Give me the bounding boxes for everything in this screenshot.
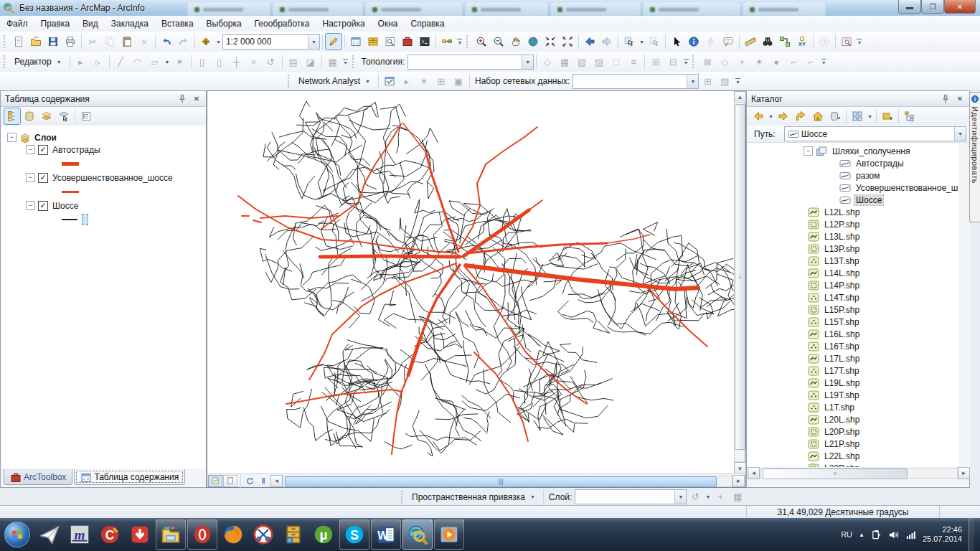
rotate-tool[interactable]: ↺: [687, 489, 703, 505]
redo-button[interactable]: [176, 34, 192, 50]
build-network-button[interactable]: ⊞: [699, 73, 715, 89]
close-button[interactable]: ✕: [944, 0, 976, 14]
up-one-level-button[interactable]: [793, 108, 809, 124]
cut-button[interactable]: ✂: [85, 34, 100, 50]
undo-sketch-tool[interactable]: ↺: [263, 54, 279, 70]
toolbar-overflow-button[interactable]: ▼: [819, 54, 828, 70]
layout-view-button[interactable]: [223, 475, 237, 487]
close-icon[interactable]: ✕: [192, 94, 202, 104]
advanced-editing-tool[interactable]: +: [734, 54, 750, 70]
path-combo[interactable]: Шоссе ▼: [784, 126, 966, 141]
catalog-group-item[interactable]: −Шляхи_сполучення: [748, 145, 958, 157]
list-by-source-button[interactable]: [22, 108, 37, 124]
topology-tool[interactable]: ▨: [591, 54, 607, 70]
toggle-contents-panel-button[interactable]: [902, 108, 918, 124]
network-analyst-menu-button[interactable]: Network Analyst▼: [294, 75, 376, 88]
catalog-feature-class-item[interactable]: Шоссе: [748, 194, 958, 206]
topology-tool[interactable]: □: [608, 54, 624, 70]
time-slider-button[interactable]: [816, 34, 832, 50]
taskbar-app-arcmap[interactable]: [402, 519, 433, 550]
edit-sketch-tool[interactable]: [326, 34, 341, 50]
catalog-window-button[interactable]: [365, 34, 381, 50]
search-window-button[interactable]: [382, 34, 398, 50]
identify-tool[interactable]: [686, 34, 702, 50]
pause-drawing-button[interactable]: ‖: [257, 476, 270, 486]
na-create-location-tool[interactable]: ▸: [399, 73, 415, 89]
taskbar-app-paper-plane[interactable]: [35, 520, 64, 549]
menu-2[interactable]: Правка: [34, 17, 77, 30]
taskbar-app-utorrent[interactable]: µ: [309, 520, 338, 549]
network-dataset-combo[interactable]: ▼: [573, 74, 699, 89]
scale-combo[interactable]: 1:2 000 000▼: [222, 34, 320, 50]
catalog-shapefile-item[interactable]: L1T.shp: [748, 401, 958, 413]
tab-table-of-contents[interactable]: Таблица содержания: [74, 469, 185, 485]
network-analyst-window-button[interactable]: [382, 73, 397, 89]
topology-tool[interactable]: ▧: [574, 54, 590, 70]
toolbar-grip[interactable]: [401, 491, 405, 504]
catalog-shapefile-item[interactable]: L17L.shp: [748, 352, 958, 364]
zoom-in-tool[interactable]: [473, 34, 489, 50]
add-data-button[interactable]: [198, 34, 214, 50]
toc-window-button[interactable]: [348, 34, 364, 50]
menu-9[interactable]: Окна: [372, 17, 405, 30]
toolbar-overflow-button[interactable]: ▼: [456, 34, 464, 50]
go-to-xy-button[interactable]: XY: [794, 34, 810, 50]
taskbar-app-word[interactable]: W: [371, 519, 401, 550]
toolbar-grip[interactable]: [466, 35, 470, 48]
catalog-shapefile-item[interactable]: L12L.shp: [748, 206, 958, 218]
start-button[interactable]: [1, 520, 34, 549]
list-by-drawing-order-button[interactable]: [4, 108, 20, 124]
toc-layer-3[interactable]: −✓Шоссе: [1, 199, 205, 212]
topology-tool[interactable]: ▦: [557, 54, 573, 70]
dropdown-arrow[interactable]: ▼: [867, 114, 872, 119]
collapse-icon[interactable]: −: [26, 201, 35, 210]
refresh-view-button[interactable]: [243, 476, 256, 486]
catalog-shapefile-item[interactable]: L14P.shp: [748, 279, 958, 291]
dropdown-arrow[interactable]: ▼: [705, 494, 710, 499]
sketch-properties-button[interactable]: ◪: [303, 54, 319, 70]
error-inspector-button[interactable]: ⊞: [648, 54, 664, 70]
fixed-zoom-out-button[interactable]: [560, 34, 575, 50]
minimize-button[interactable]: ▬: [898, 0, 921, 14]
tab-arctoolbox[interactable]: ArcToolbox: [4, 469, 72, 485]
straight-segment-tool[interactable]: ╱: [113, 54, 128, 70]
catalog-shapefile-item[interactable]: L15T.shp: [748, 316, 958, 328]
taskbar-app-media-player[interactable]: [434, 519, 464, 550]
dropdown-arrow[interactable]: ▼: [768, 114, 773, 119]
catalog-shapefile-item[interactable]: L13T.shp: [748, 255, 958, 267]
contents-view-button[interactable]: [849, 108, 865, 124]
catalog-feature-class-item[interactable]: разом: [748, 169, 958, 182]
save-button[interactable]: [45, 34, 61, 50]
hyperlink-tool[interactable]: [703, 34, 719, 50]
delete-button[interactable]: ×: [136, 34, 152, 50]
dropdown-arrow[interactable]: ▼: [639, 39, 644, 44]
menu-8[interactable]: Настройка: [316, 17, 372, 30]
map-data-frame[interactable]: ▲ ≡ ▼ ‖ ◄ ||| ►: [207, 90, 746, 488]
taskbar-clock[interactable]: 22:46 25.07.2014: [923, 525, 962, 544]
topology-combo[interactable]: ▼: [407, 55, 534, 70]
taskbar-app-ccleaner[interactable]: C: [95, 520, 124, 549]
map-vertical-scrollbar[interactable]: ▲ ≡ ▼: [734, 91, 745, 474]
previous-extent-button[interactable]: [582, 34, 598, 50]
home-folder-button[interactable]: [810, 108, 826, 124]
advanced-editing-tool[interactable]: ⌐: [803, 54, 819, 70]
taskbar-app-mathtype[interactable]: m: [65, 520, 94, 549]
catalog-shapefile-item[interactable]: L22L.shp: [748, 450, 958, 462]
connect-folder-button[interactable]: [827, 108, 843, 124]
toolbar-grip[interactable]: [4, 35, 7, 48]
na-tool[interactable]: ▣: [451, 73, 466, 89]
close-icon[interactable]: ✕: [955, 94, 965, 104]
catalog-shapefile-item[interactable]: L20P.shp: [748, 425, 958, 438]
toc-layer-1[interactable]: −✓Автострады: [1, 143, 205, 156]
editor-menu-button[interactable]: Редактор▼: [10, 55, 67, 68]
modelbuilder-button[interactable]: [439, 34, 455, 50]
menu-3[interactable]: Вид: [76, 17, 105, 30]
advanced-editing-tool[interactable]: ◇: [717, 54, 732, 70]
catalog-horizontal-scrollbar[interactable]: ◄ ≡ ►: [748, 467, 970, 479]
layer-symbol[interactable]: [62, 212, 205, 227]
viewer-window-button[interactable]: [839, 34, 854, 50]
catalog-shapefile-item[interactable]: L13L.shp: [748, 230, 958, 242]
catalog-shapefile-item[interactable]: L16T.shp: [748, 340, 958, 352]
find-tool[interactable]: [760, 34, 776, 50]
catalog-shapefile-item[interactable]: L21P.shp: [748, 438, 958, 450]
